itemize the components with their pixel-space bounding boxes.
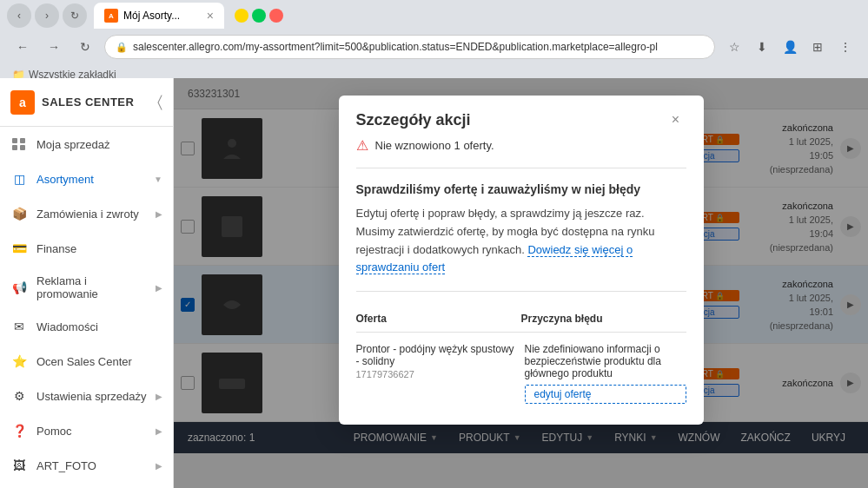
sidebar-label-moja-sprzedaz: Moja sprzedaż [36, 138, 162, 151]
nav-back-btn[interactable]: ← [10, 35, 35, 59]
chevron-right-reklama-icon: ▶ [156, 283, 162, 293]
zamowienia-icon: 📦 [10, 205, 28, 222]
app-container: a SALES CENTER 〈 Moja sprzedaż ◫ Asortym… [0, 78, 868, 488]
tab-close-btn[interactable]: × [207, 9, 214, 23]
nav-forward-btn[interactable]: → [42, 35, 66, 59]
extensions-btn[interactable]: ⊞ [805, 35, 830, 59]
browser-addressbar: ← → ↻ 🔒 salescenter.allegro.com/my-assor… [0, 31, 868, 63]
browser-reload-btn[interactable]: ↻ [63, 3, 87, 28]
modal-warning-text: Nie wznowiono 1 oferty. [375, 139, 494, 152]
wiadomosci-icon: ✉ [10, 318, 28, 335]
sidebar-label-pomoc: Pomoc [36, 425, 147, 438]
pomoc-icon: ❓ [10, 422, 28, 439]
sidebar-logo: a SALES CENTER 〈 [0, 78, 173, 127]
modal-overlay[interactable]: Szczegóły akcji × ⚠ Nie wznowiono 1 ofer… [174, 78, 868, 488]
browser-action-buttons: ☆ ⬇ 👤 ⊞ ⋮ [722, 35, 858, 59]
browser-titlebar: ‹ › ↻ A Mój Asorty... × [0, 0, 868, 31]
modal-table-header: Oferta Przyczyna błędu [356, 306, 686, 333]
chevron-down-icon: ▼ [154, 175, 162, 184]
window-close-btn[interactable] [269, 9, 283, 23]
sidebar-label-finanse: Finanse [36, 242, 162, 255]
allegro-logo-icon: a [10, 90, 35, 115]
dashboard-icon [10, 135, 28, 153]
sidebar: a SALES CENTER 〈 Moja sprzedaż ◫ Asortym… [0, 78, 174, 488]
modal-body: ⚠ Nie wznowiono 1 oferty. Sprawdziliśmy … [339, 137, 704, 425]
sidebar-item-zamowienia[interactable]: 📦 Zamówienia i zwroty ▶ [0, 196, 173, 231]
art-foto-icon: 🖼 [10, 457, 28, 474]
download-btn[interactable]: ⬇ [750, 35, 774, 59]
modal-close-btn[interactable]: × [666, 109, 686, 130]
product-id: 17179736627 [356, 369, 518, 379]
sidebar-item-reklama[interactable]: 📢 Reklama i promowanie ▶ [0, 266, 173, 309]
sidebar-item-finanse[interactable]: 💳 Finanse [0, 231, 173, 266]
modal-table-row-1: Prontor - podójny wężyk spustowy - solid… [356, 340, 686, 407]
more-btn[interactable]: ⋮ [833, 35, 858, 59]
chevron-right-ustawienia-icon: ▶ [156, 392, 162, 401]
sidebar-label-ocen: Ocen Sales Center [36, 355, 162, 368]
main-content: 633231301 wizyty: 4 oferty: 0 lubię: 0 S… [174, 78, 868, 488]
col2-header: Przyczyna błędu [521, 313, 686, 325]
browser-tab-active[interactable]: A Mój Asorty... × [94, 3, 224, 29]
sidebar-label-reklama: Reklama i promowanie [36, 274, 147, 300]
sidebar-label-ustawienia: Ustawienia sprzedaży [36, 390, 147, 403]
sidebar-title: SALES CENTER [42, 96, 134, 109]
tab-favicon: A [104, 9, 118, 23]
modal-section-title: Sprawdziliśmy ofertę i zauważyliśmy w ni… [356, 182, 686, 196]
modal-description: Edytuj ofertę i popraw błędy, a sprawdzi… [356, 205, 686, 277]
ustawienia-icon: ⚙ [10, 387, 28, 405]
chevron-right-art-foto-icon: ▶ [156, 461, 162, 471]
modal-warning: ⚠ Nie wznowiono 1 oferty. [356, 137, 686, 154]
asortyment-icon: ◫ [10, 170, 28, 188]
modal-divider-2 [356, 291, 686, 292]
modal-product-info: Prontor - podójny wężyk spustowy - solid… [356, 343, 518, 379]
chevron-right-pomoc-icon: ▶ [156, 426, 162, 436]
logo-letter: a [19, 96, 26, 109]
modal-header: Szczegóły akcji × [339, 96, 704, 137]
sidebar-toggle-btn[interactable]: 〈 [157, 93, 162, 111]
chevron-right-zamowienia-icon: ▶ [156, 209, 162, 219]
bookmark-btn[interactable]: ☆ [722, 35, 746, 59]
sidebar-item-ocen[interactable]: ⭐ Ocen Sales Center [0, 344, 173, 379]
modal-error-col: Nie zdefiniowano informacji o bezpieczeń… [525, 343, 686, 404]
browser-window-controls: ‹ › ↻ [7, 3, 87, 28]
sidebar-label-asortyment: Asortyment [36, 173, 145, 186]
modal-dialog: Szczegóły akcji × ⚠ Nie wznowiono 1 ofer… [339, 96, 704, 425]
window-maximize-btn[interactable] [252, 9, 266, 23]
modal-title: Szczegóły akcji [356, 111, 471, 129]
address-text: salescenter.allegro.com/my-assortment?li… [133, 41, 658, 53]
finanse-icon: 💳 [10, 240, 28, 257]
sidebar-item-wiadomosci[interactable]: ✉ Wiadomości [0, 309, 173, 344]
browser-chrome: ‹ › ↻ A Mój Asorty... × ← → ↻ 🔒 salescen… [0, 0, 868, 78]
edit-offer-btn[interactable]: edytuj ofertę [525, 385, 686, 404]
sidebar-item-pomoc[interactable]: ❓ Pomoc ▶ [0, 413, 173, 448]
col1-header: Oferta [356, 313, 521, 325]
product-name: Prontor - podójny wężyk spustowy - solid… [356, 343, 518, 367]
sidebar-label-art-foto: ART_FOTO [36, 459, 147, 472]
address-bar[interactable]: 🔒 salescenter.allegro.com/my-assortment?… [104, 35, 715, 59]
browser-forward-btn[interactable]: › [35, 3, 59, 28]
warning-icon: ⚠ [356, 137, 368, 154]
sidebar-item-art-foto[interactable]: 🖼 ART_FOTO ▶ [0, 448, 173, 483]
sidebar-label-zamowienia: Zamówienia i zwroty [36, 208, 147, 221]
nav-reload-btn[interactable]: ↻ [73, 35, 97, 59]
sidebar-label-wiadomosci: Wiadomości [36, 320, 162, 333]
tab-title: Mój Asorty... [123, 10, 180, 22]
sidebar-item-ustawienia[interactable]: ⚙ Ustawienia sprzedaży ▶ [0, 379, 173, 413]
ocen-icon: ⭐ [10, 353, 28, 370]
window-minimize-btn[interactable] [235, 9, 248, 23]
browser-back-btn[interactable]: ‹ [7, 3, 31, 28]
modal-divider-1 [356, 168, 686, 168]
reklama-icon: 📢 [10, 279, 28, 296]
sidebar-item-asortyment[interactable]: ◫ Asortyment ▼ [0, 162, 173, 196]
modal-table: Oferta Przyczyna błędu Prontor - podójny… [356, 306, 686, 407]
error-text: Nie zdefiniowano informacji o bezpieczeń… [525, 343, 686, 379]
sidebar-item-moja-sprzedaz[interactable]: Moja sprzedaż [0, 127, 173, 162]
profile-btn[interactable]: 👤 [778, 35, 802, 59]
